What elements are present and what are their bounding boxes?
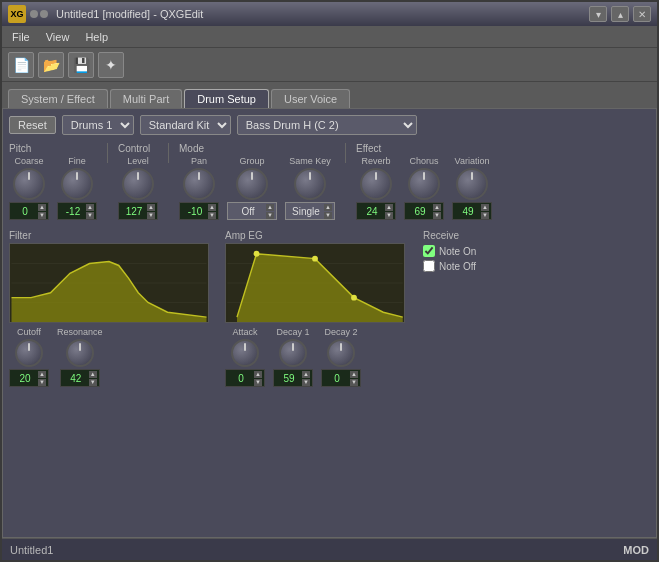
tab-drum-setup[interactable]: Drum Setup bbox=[184, 89, 269, 108]
open-button[interactable]: 📂 bbox=[38, 52, 64, 78]
minimize-button[interactable]: ▾ bbox=[589, 6, 607, 22]
receive-section: Receive Note On Note Off bbox=[423, 230, 476, 531]
samekey-down[interactable]: ▼ bbox=[324, 212, 332, 219]
kit-select[interactable]: Standard Kit bbox=[140, 115, 231, 135]
resonance-up[interactable]: ▲ bbox=[89, 371, 97, 378]
coarse-value: 0 ▲▼ bbox=[9, 202, 49, 220]
group-knob[interactable] bbox=[236, 168, 268, 200]
samekey-knob[interactable] bbox=[294, 168, 326, 200]
decay2-up[interactable]: ▲ bbox=[350, 371, 358, 378]
group-up[interactable]: ▲ bbox=[266, 204, 274, 211]
variation-value: 49 ▲▼ bbox=[452, 202, 492, 220]
level-knob[interactable] bbox=[122, 168, 154, 200]
coarse-up[interactable]: ▲ bbox=[38, 204, 46, 211]
status-bar: Untitled1 MOD bbox=[2, 538, 657, 560]
samekey-up[interactable]: ▲ bbox=[324, 204, 332, 211]
decay1-label: Decay 1 bbox=[276, 327, 309, 337]
decay1-up[interactable]: ▲ bbox=[302, 371, 310, 378]
decay1-down[interactable]: ▼ bbox=[302, 379, 310, 386]
group-container: Group Off ▲▼ bbox=[227, 156, 277, 220]
pan-knob[interactable] bbox=[183, 168, 215, 200]
pan-down[interactable]: ▼ bbox=[208, 212, 216, 219]
title-dots bbox=[30, 10, 48, 18]
cutoff-knob[interactable] bbox=[15, 339, 43, 367]
filter-section: Filter Cutoff bbox=[9, 230, 209, 531]
level-label: Level bbox=[127, 156, 149, 166]
level-value: 127 ▲▼ bbox=[118, 202, 158, 220]
level-down[interactable]: ▼ bbox=[147, 212, 155, 219]
chorus-up[interactable]: ▲ bbox=[433, 204, 441, 211]
effect-group: Effect Reverb 24 ▲▼ Chorus bbox=[356, 143, 492, 220]
note-on-row: Note On bbox=[423, 245, 476, 257]
group-value[interactable]: Off ▲▼ bbox=[227, 202, 277, 220]
group-down[interactable]: ▼ bbox=[266, 212, 274, 219]
decay1-knob[interactable] bbox=[279, 339, 307, 367]
fine-value: -12 ▲▼ bbox=[57, 202, 97, 220]
tab-user-voice[interactable]: User Voice bbox=[271, 89, 350, 108]
attack-up[interactable]: ▲ bbox=[254, 371, 262, 378]
special-button[interactable]: ✦ bbox=[98, 52, 124, 78]
variation-up[interactable]: ▲ bbox=[481, 204, 489, 211]
samekey-value[interactable]: Single ▲▼ bbox=[285, 202, 335, 220]
menu-file[interactable]: File bbox=[6, 29, 36, 45]
variation-knob[interactable] bbox=[456, 168, 488, 200]
param-area: Pitch Coarse 0 ▲▼ Fine -12 bbox=[9, 143, 650, 220]
reverb-knob[interactable] bbox=[360, 168, 392, 200]
cutoff-up[interactable]: ▲ bbox=[38, 371, 46, 378]
svg-point-12 bbox=[351, 295, 357, 301]
decay2-value: 0 ▲▼ bbox=[321, 369, 361, 387]
resonance-knob[interactable] bbox=[66, 339, 94, 367]
cutoff-label: Cutoff bbox=[17, 327, 41, 337]
pan-up[interactable]: ▲ bbox=[208, 204, 216, 211]
chorus-knob[interactable] bbox=[408, 168, 440, 200]
reverb-down[interactable]: ▼ bbox=[385, 212, 393, 219]
chorus-value: 69 ▲▼ bbox=[404, 202, 444, 220]
control-knobs: Level 127 ▲▼ bbox=[118, 156, 158, 220]
reverb-up[interactable]: ▲ bbox=[385, 204, 393, 211]
fine-up[interactable]: ▲ bbox=[86, 204, 94, 211]
drums-select[interactable]: Drums 1 bbox=[62, 115, 134, 135]
decay2-down[interactable]: ▼ bbox=[350, 379, 358, 386]
pan-label: Pan bbox=[191, 156, 207, 166]
reverb-label: Reverb bbox=[361, 156, 390, 166]
sep2 bbox=[168, 143, 169, 163]
menu-view[interactable]: View bbox=[40, 29, 76, 45]
decay2-knob[interactable] bbox=[327, 339, 355, 367]
cutoff-down[interactable]: ▼ bbox=[38, 379, 46, 386]
tab-system-effect[interactable]: System / Effect bbox=[8, 89, 108, 108]
fine-knob[interactable] bbox=[61, 168, 93, 200]
ampeg-svg bbox=[226, 244, 404, 322]
ampeg-graph bbox=[225, 243, 405, 323]
mode-group: Mode Pan -10 ▲▼ Group Off bbox=[179, 143, 335, 220]
coarse-down[interactable]: ▼ bbox=[38, 212, 46, 219]
tab-multi-part[interactable]: Multi Part bbox=[110, 89, 182, 108]
samekey-label: Same Key bbox=[289, 156, 331, 166]
note-select[interactable]: Bass Drum H (C 2) bbox=[237, 115, 417, 135]
main-window: XG Untitled1 [modified] - QXGEdit ▾ ▴ ✕ … bbox=[0, 0, 659, 562]
pan-value: -10 ▲▼ bbox=[179, 202, 219, 220]
variation-down[interactable]: ▼ bbox=[481, 212, 489, 219]
ampeg-label: Amp EG bbox=[225, 230, 405, 241]
reset-button[interactable]: Reset bbox=[9, 116, 56, 134]
level-up[interactable]: ▲ bbox=[147, 204, 155, 211]
save-button[interactable]: 💾 bbox=[68, 52, 94, 78]
mode-knobs: Pan -10 ▲▼ Group Off ▲▼ bbox=[179, 156, 335, 220]
maximize-button[interactable]: ▴ bbox=[611, 6, 629, 22]
mode-label: Mode bbox=[179, 143, 335, 154]
menu-help[interactable]: Help bbox=[79, 29, 114, 45]
coarse-knob[interactable] bbox=[13, 168, 45, 200]
close-button[interactable]: ✕ bbox=[633, 6, 651, 22]
attack-knob[interactable] bbox=[231, 339, 259, 367]
fine-down[interactable]: ▼ bbox=[86, 212, 94, 219]
note-on-checkbox[interactable] bbox=[423, 245, 435, 257]
decay2-label: Decay 2 bbox=[324, 327, 357, 337]
decay1-value: 59 ▲▼ bbox=[273, 369, 313, 387]
fine-container: Fine -12 ▲▼ bbox=[57, 156, 97, 220]
variation-label: Variation bbox=[455, 156, 490, 166]
attack-down[interactable]: ▼ bbox=[254, 379, 262, 386]
note-off-checkbox[interactable] bbox=[423, 260, 435, 272]
new-button[interactable]: 📄 bbox=[8, 52, 34, 78]
resonance-down[interactable]: ▼ bbox=[89, 379, 97, 386]
chorus-down[interactable]: ▼ bbox=[433, 212, 441, 219]
title-bar-right: ▾ ▴ ✕ bbox=[589, 6, 651, 22]
